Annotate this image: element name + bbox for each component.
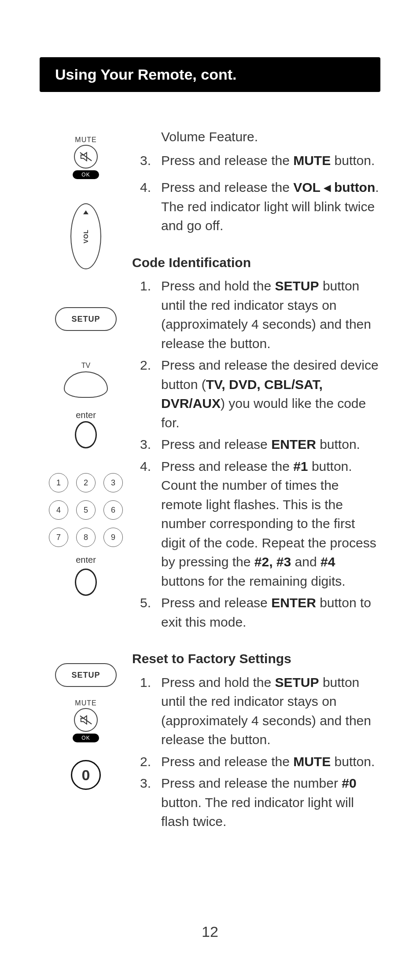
step-number: 2. (132, 356, 161, 432)
reset-steps: 1. Press and hold the SETUP button until… (132, 673, 380, 831)
mute-icon (74, 145, 98, 169)
step-number: 1. (132, 673, 161, 749)
list-item: 4. Press and release the #1 button. Coun… (132, 457, 380, 591)
enter-oval-icon (75, 421, 97, 448)
step-number: 3. (132, 435, 161, 454)
step-number: 3. (132, 151, 161, 170)
step-text: Press and release the desired device but… (161, 356, 380, 432)
key-4: 4 (49, 500, 68, 520)
key-3: 3 (103, 473, 123, 492)
enter-oval-icon-2 (75, 569, 97, 596)
tv-label: TV (64, 362, 108, 370)
enter-label-2: enter (75, 558, 97, 565)
step-text: Press and hold the SETUP button until th… (161, 673, 380, 749)
list-item: 3. Press and release the MUTE button. (132, 151, 380, 170)
volume-feature-steps: 3. Press and release the MUTE button. 4.… (132, 151, 380, 235)
vol-label: VOL (82, 229, 89, 243)
list-item: 1. Press and hold the SETUP button until… (132, 673, 380, 749)
step-text: Press and release the MUTE button. (161, 752, 380, 771)
mute-diagram-2: MUTE OK (73, 699, 99, 742)
code-identification-steps: 1. Press and hold the SETUP button until… (132, 276, 380, 631)
key-9: 9 (103, 528, 123, 547)
key-5: 5 (76, 500, 96, 520)
key-1: 1 (49, 473, 68, 492)
ok-pill-2: OK (73, 734, 99, 742)
page-number: 12 (0, 923, 420, 940)
step-text: Press and release the MUTE button. (161, 151, 380, 170)
step-text: Press and release ENTER button. (161, 435, 380, 454)
tv-button-diagram: TV (64, 362, 108, 398)
vol-left-icon (83, 210, 88, 214)
mute-diagram: MUTE OK (73, 136, 99, 179)
enter-label: enter (75, 410, 97, 420)
instruction-text: Volume Feature. 3. Press and release the… (132, 127, 380, 849)
code-identification-heading: Code Identification (132, 253, 380, 272)
mute-label-2: MUTE (73, 699, 99, 707)
setup-button-diagram: SETUP (55, 307, 117, 331)
step-number: 2. (132, 752, 161, 771)
step-text: Press and release ENTER button to exit t… (161, 593, 380, 631)
key-8: 8 (76, 528, 96, 547)
step-number: 4. (132, 178, 161, 235)
step-number: 4. (132, 457, 161, 591)
setup-button-diagram-2: SETUP (55, 663, 117, 687)
mute-label: MUTE (73, 136, 99, 144)
number-keypad-diagram: 1 2 3 4 5 6 7 8 9 (49, 473, 123, 547)
page-title: Using Your Remote, cont. (40, 57, 380, 92)
list-item: 3. Press and release ENTER button. (132, 435, 380, 454)
list-item: 2. Press and release the desired device … (132, 356, 380, 432)
zero-button-diagram: 0 (71, 760, 101, 790)
volume-feature-lead: Volume Feature. (132, 127, 380, 147)
step-text: Press and release the number #0 button. … (161, 774, 380, 831)
vol-rocker-diagram: VOL (70, 203, 101, 269)
key-7: 7 (49, 528, 68, 547)
ok-pill: OK (73, 170, 99, 179)
step-number: 1. (132, 276, 161, 353)
list-item: 3. Press and release the number #0 butto… (132, 774, 380, 831)
enter-button-diagram: enter (75, 410, 97, 448)
reset-heading: Reset to Factory Settings (132, 649, 380, 668)
list-item: 5. Press and release ENTER button to exi… (132, 593, 380, 631)
list-item: 1. Press and hold the SETUP button until… (132, 276, 380, 353)
key-2: 2 (76, 473, 96, 492)
list-item: 2. Press and release the MUTE button. (132, 752, 380, 771)
tv-shape-icon (64, 371, 108, 398)
step-text: Press and release the VOL ◂ button. The … (161, 178, 380, 235)
enter-button-diagram-2: enter (75, 558, 97, 597)
mute-icon-2 (74, 708, 98, 732)
key-6: 6 (103, 500, 123, 520)
step-text: Press and release the #1 button. Count t… (161, 457, 380, 591)
list-item: 4. Press and release the VOL ◂ button. T… (132, 178, 380, 235)
step-text: Press and hold the SETUP button until th… (161, 276, 380, 353)
step-number: 5. (132, 593, 161, 631)
step-number: 3. (132, 774, 161, 831)
remote-diagram-column: MUTE OK VOL SETUP TV enter 1 (40, 127, 132, 790)
